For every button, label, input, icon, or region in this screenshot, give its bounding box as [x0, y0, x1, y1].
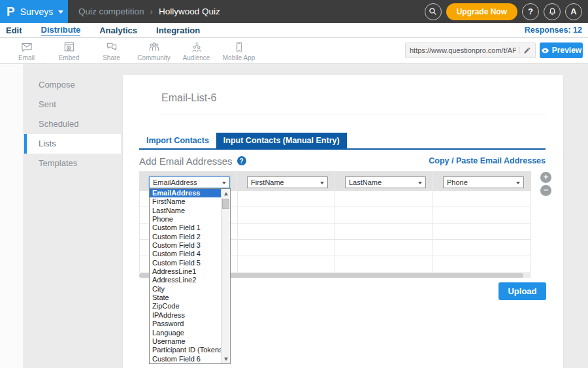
sidebar-item-scheduled[interactable]: Scheduled [24, 114, 121, 134]
copy-paste-link[interactable]: Copy / Paste Email Addresses [429, 156, 546, 165]
bell-icon [548, 7, 557, 16]
dropdown-option[interactable]: Participant ID (Tokens) [150, 346, 221, 354]
chevron-down-icon [222, 182, 226, 184]
table-cell[interactable] [238, 256, 336, 272]
left-margin [0, 64, 24, 368]
dropdown-option[interactable]: State [150, 293, 221, 302]
upload-button[interactable]: Upload [498, 282, 546, 300]
table-cell[interactable] [238, 191, 336, 207]
survey-url-field[interactable]: https://www.questionpro.com/t/APNrFZ [405, 42, 536, 58]
column-header-2: FirstName [237, 171, 335, 191]
help-button[interactable]: ? [522, 3, 539, 20]
dropdown-option[interactable]: LastName [150, 207, 221, 215]
field-select-firstname[interactable]: FirstName [247, 176, 328, 188]
dropdown-option[interactable]: Language [150, 329, 221, 337]
channel-share[interactable]: Share [90, 38, 133, 61]
dropdown-option[interactable]: Custom Field 3 [150, 241, 221, 250]
field-select-phone[interactable]: Phone [443, 176, 524, 188]
section-header: Add Email Addresses ? Copy / Paste Email… [139, 154, 546, 167]
nav-item-distribute[interactable]: Distribute [41, 25, 81, 36]
scroll-down-icon[interactable] [221, 355, 230, 363]
upgrade-now-button[interactable]: Upgrade Now [446, 3, 517, 20]
sidebar-item-sent[interactable]: Sent [24, 95, 121, 114]
field-select-lastname[interactable]: LastName [345, 176, 426, 188]
svg-text:$: $ [195, 41, 199, 47]
channel-community[interactable]: Community [133, 38, 175, 61]
table-cell[interactable] [335, 224, 433, 239]
table-cell[interactable] [335, 207, 433, 223]
contact-tabs: Import Contacts Input Contacts (Manual E… [139, 133, 347, 148]
dropdown-option[interactable]: Custom Field 2 [150, 233, 221, 241]
notifications-button[interactable] [544, 3, 561, 20]
survey-nav: Edit Distribute Analytics Integration Re… [0, 23, 588, 38]
dropdown-option[interactable]: Custom Field 5 [150, 259, 221, 267]
chevron-down-icon [320, 182, 324, 184]
channel-embed[interactable]: Embed [48, 38, 90, 61]
sidebar-item-lists[interactable]: Lists [24, 134, 121, 154]
page-title: Email-List-6 [161, 92, 216, 104]
channel-audience[interactable]: $ Audience [175, 38, 218, 61]
avatar[interactable]: A [565, 3, 582, 20]
nav-item-edit[interactable]: Edit [6, 25, 22, 35]
topbar-actions: Upgrade Now ? A [425, 3, 588, 20]
dropdown-option[interactable]: FirstName [150, 197, 221, 206]
dropdown-option[interactable]: ZipCode [150, 302, 221, 310]
dropdown-option[interactable]: AddressLine2 [150, 276, 221, 284]
table-cell[interactable] [238, 240, 336, 256]
dropdown-option[interactable]: Password [150, 320, 221, 328]
edit-url-button[interactable] [519, 46, 531, 54]
breadcrumb-parent[interactable]: Quiz competition [78, 7, 144, 16]
table-cell[interactable] [433, 256, 531, 272]
dropdown-option[interactable]: Custom Field 6 [150, 355, 221, 363]
responses-count[interactable]: Responses: 12 [525, 25, 582, 35]
product-switcher[interactable]: P Surveys [0, 0, 68, 23]
dropdown-option[interactable]: Username [150, 337, 221, 346]
eye-icon [541, 46, 549, 55]
table-cell[interactable] [433, 240, 531, 256]
table-cell[interactable] [433, 207, 531, 223]
tab-input-contacts-manual[interactable]: Input Contacts (Manual Entry) [216, 133, 347, 148]
share-icon [105, 41, 118, 54]
table-cell[interactable] [238, 224, 336, 239]
search-button[interactable] [425, 3, 442, 20]
remove-row-button[interactable]: − [540, 185, 551, 196]
sidebar-item-templates[interactable]: Templates [24, 154, 121, 173]
dropdown-option[interactable]: EmailAddress [150, 189, 221, 197]
search-icon [429, 7, 437, 16]
add-row-button[interactable]: + [540, 172, 551, 183]
product-label: Surveys [20, 7, 54, 17]
distribute-toolbar: Email Embed Share Community [0, 38, 588, 64]
dropdown-option[interactable]: AddressLine1 [150, 267, 221, 276]
dropdown-option[interactable]: Phone [150, 215, 221, 224]
preview-button[interactable]: Preview [540, 42, 583, 58]
help-icon[interactable]: ? [237, 156, 246, 165]
embed-icon [63, 41, 76, 54]
dropdown-scrollbar[interactable] [221, 189, 230, 363]
nav-item-analytics[interactable]: Analytics [99, 25, 137, 35]
table-cell[interactable] [335, 256, 433, 272]
breadcrumb-separator-icon: › [150, 7, 153, 16]
table-cell[interactable] [433, 191, 531, 207]
field-select-email[interactable]: EmailAddress [149, 176, 230, 188]
breadcrumb: Quiz competition › Hollywood Quiz [78, 7, 220, 16]
nav-item-integration[interactable]: Integration [156, 25, 200, 35]
table-cell[interactable] [335, 240, 433, 256]
channel-mobile-app[interactable]: Mobile App [218, 38, 260, 61]
dropdown-option[interactable]: IPAddress [150, 311, 221, 320]
table-cell[interactable] [238, 207, 336, 223]
dropdown-option[interactable]: Custom Field 1 [150, 224, 221, 232]
channel-email[interactable]: Email [5, 38, 48, 61]
tab-import-contacts[interactable]: Import Contacts [139, 133, 216, 148]
chevron-down-icon [516, 182, 520, 184]
sidebar-item-compose[interactable]: Compose [24, 75, 121, 95]
dropdown-option[interactable]: City [150, 285, 221, 293]
table-cell[interactable] [433, 224, 531, 239]
column-header-4: Phone [433, 171, 531, 191]
app-window: P Surveys Quiz competition › Hollywood Q… [0, 0, 588, 368]
dropdown-option[interactable]: Custom Field 4 [150, 250, 221, 258]
table-cell[interactable] [335, 191, 433, 207]
dropdown-options-list: EmailAddressFirstNameLastNamePhoneCustom… [150, 189, 221, 363]
scroll-up-icon[interactable] [221, 190, 230, 197]
dropdown-scrollbar-thumb[interactable] [222, 199, 229, 209]
questionpro-logo-icon: P [7, 5, 15, 19]
